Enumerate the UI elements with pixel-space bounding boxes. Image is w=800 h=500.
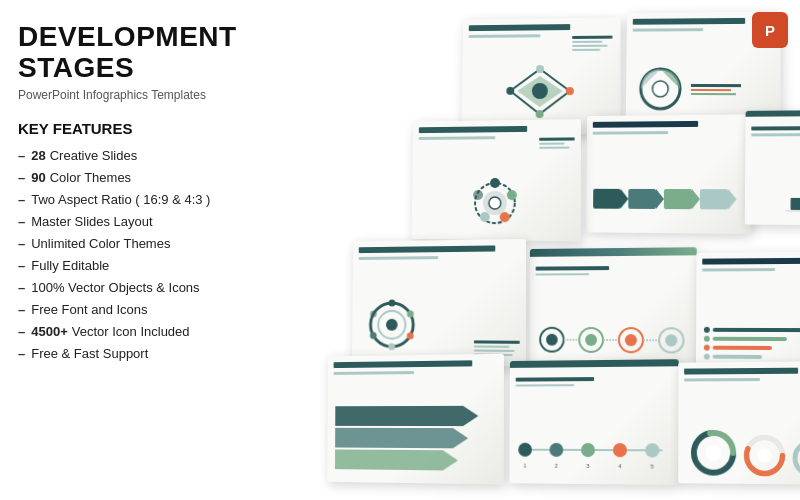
slide-inner-11	[678, 361, 800, 484]
svg-point-12	[507, 190, 517, 200]
dash-icon: –	[18, 167, 25, 189]
feature-bold: 28	[31, 145, 45, 167]
features-list: – 28 Creative Slides – 90 Color Themes –…	[18, 145, 252, 366]
feature-text: Fully Editable	[31, 255, 109, 277]
svg-marker-50	[335, 406, 478, 426]
slide-inner-7	[529, 247, 696, 371]
feature-text: 100% Vector Objects & Icons	[31, 277, 199, 299]
svg-point-38	[370, 310, 377, 317]
svg-point-36	[388, 343, 395, 350]
svg-point-70	[757, 448, 771, 462]
feature-text: Master Slides Layout	[31, 211, 152, 233]
dash-icon: –	[18, 255, 25, 277]
list-item: – Fully Editable	[18, 255, 252, 277]
slide-title-bar	[593, 121, 698, 128]
slide-title-bar	[684, 368, 798, 375]
svg-point-14	[480, 212, 490, 222]
slide-inner-9	[327, 354, 504, 485]
slide-card-11	[678, 361, 800, 484]
slide-subtitle-bar	[469, 34, 541, 38]
dash-icon: –	[18, 145, 25, 167]
slide-card-5	[745, 110, 800, 226]
slide-subtitle-bar	[334, 371, 415, 375]
dash-icon: –	[18, 299, 25, 321]
slide-inner-5	[745, 110, 800, 226]
slide-inner-10: 1 2 3 4 5	[509, 359, 678, 485]
feature-text: Free & Fast Support	[31, 343, 148, 365]
svg-point-55	[549, 443, 563, 457]
slide-title-bar	[469, 24, 570, 31]
feature-text: Vector Icon Included	[72, 321, 190, 343]
svg-point-35	[407, 332, 414, 339]
slide-inner-4	[586, 114, 751, 234]
main-title: DEVELOPMENT STAGES	[18, 22, 252, 84]
slide-card-4	[586, 114, 751, 234]
svg-point-11	[490, 178, 500, 188]
slide-title-bar	[359, 245, 495, 253]
slide-subtitle-bar	[419, 136, 496, 140]
dash-icon: –	[18, 211, 25, 233]
left-panel: DEVELOPMENT STAGES PowerPoint Infographi…	[0, 0, 270, 500]
slide-subtitle-bar	[593, 131, 668, 135]
svg-text:1: 1	[523, 462, 526, 468]
list-item: – 28 Creative Slides	[18, 145, 252, 167]
svg-point-57	[613, 443, 627, 457]
svg-point-54	[518, 443, 532, 457]
svg-point-4	[566, 87, 574, 95]
feature-text: Two Aspect Ratio ( 16:9 & 4:3 )	[31, 189, 210, 211]
slide-card-7	[529, 247, 696, 371]
right-panel: P	[270, 0, 800, 500]
svg-point-49	[665, 334, 677, 346]
svg-rect-21	[664, 189, 692, 209]
svg-point-56	[581, 443, 595, 457]
list-item: – 90 Color Themes	[18, 167, 252, 189]
subtitle: PowerPoint Infographics Templates	[18, 88, 252, 102]
slide-inner-8	[696, 251, 800, 370]
svg-marker-22	[692, 189, 700, 209]
svg-text:5: 5	[651, 463, 655, 469]
svg-rect-17	[593, 189, 620, 209]
svg-point-46	[625, 334, 637, 346]
dash-icon: –	[18, 277, 25, 299]
feature-text: Creative Slides	[50, 145, 137, 167]
list-item: – Master Slides Layout	[18, 211, 252, 233]
slide-subtitle-bar	[684, 378, 759, 381]
list-item: – Two Aspect Ratio ( 16:9 & 4:3 )	[18, 189, 252, 211]
svg-text:4: 4	[618, 463, 622, 469]
svg-point-15	[473, 190, 483, 200]
dash-icon: –	[18, 321, 25, 343]
svg-point-58	[645, 443, 659, 457]
key-features-heading: KEY FEATURES	[18, 120, 252, 137]
slide-card-9	[327, 354, 504, 485]
ppt-badge-text: P	[765, 22, 775, 39]
dash-icon: –	[18, 233, 25, 255]
ppt-badge: P	[752, 12, 788, 48]
slide-card-8	[696, 251, 800, 370]
svg-point-40	[546, 334, 558, 346]
svg-rect-25	[791, 198, 800, 210]
svg-marker-18	[620, 189, 628, 209]
slide-card-3	[412, 119, 581, 241]
svg-point-43	[585, 334, 597, 346]
svg-point-32	[386, 319, 398, 331]
feature-bold: 4500+	[31, 321, 68, 343]
slide-subtitle-bar	[633, 28, 703, 31]
slide-title-bar	[419, 126, 527, 133]
slide-inner-3	[412, 119, 581, 241]
slides-scene: 1 2 3 4 5	[270, 0, 800, 500]
slide-title-bar	[334, 360, 473, 368]
feature-bold: 90	[31, 167, 45, 189]
slide-card-10: 1 2 3 4 5	[509, 359, 678, 485]
feature-text: Color Themes	[50, 167, 131, 189]
svg-rect-19	[628, 189, 656, 209]
svg-point-34	[407, 310, 414, 317]
svg-point-67	[706, 445, 722, 461]
feature-text: Unlimited Color Themes	[31, 233, 170, 255]
list-item: – Free Font and Icons	[18, 299, 252, 321]
slide-title-bar	[633, 18, 746, 25]
svg-point-72	[795, 442, 800, 474]
svg-marker-51	[335, 428, 468, 449]
feature-text: Free Font and Icons	[31, 299, 147, 321]
svg-text:3: 3	[586, 463, 590, 469]
svg-text:2: 2	[555, 463, 558, 469]
